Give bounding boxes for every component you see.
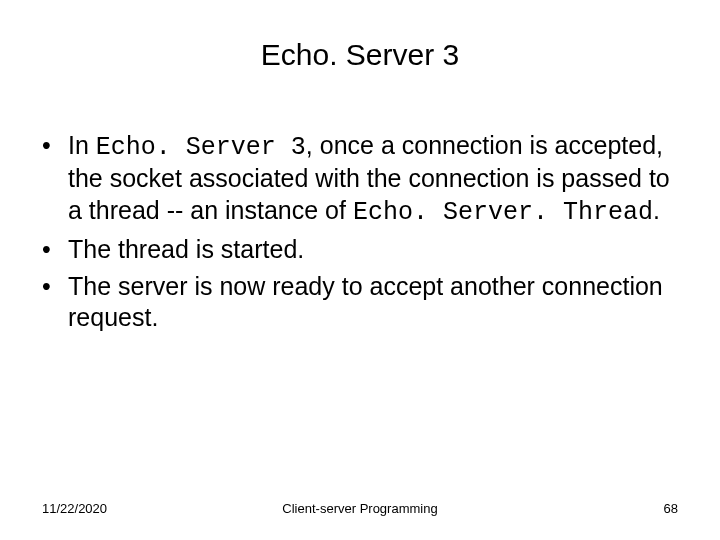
- footer-date: 11/22/2020: [42, 501, 107, 516]
- code-span: Echo. Server. Thread: [353, 198, 653, 227]
- footer-page-number: 68: [664, 501, 678, 516]
- code-span: Echo. Server 3: [96, 133, 306, 162]
- bullet-text: The server is now ready to accept anothe…: [68, 272, 663, 331]
- slide: Echo. Server 3 In Echo. Server 3, once a…: [0, 0, 720, 540]
- bullet-list: In Echo. Server 3, once a connection is …: [42, 130, 678, 334]
- bullet-item: The thread is started.: [42, 234, 678, 265]
- bullet-item: The server is now ready to accept anothe…: [42, 271, 678, 334]
- bullet-text-pre: In: [68, 131, 96, 159]
- slide-title: Echo. Server 3: [0, 38, 720, 72]
- bullet-text-post: .: [653, 196, 660, 224]
- bullet-text: The thread is started.: [68, 235, 304, 263]
- footer-title: Client-server Programming: [282, 501, 437, 516]
- bullet-item: In Echo. Server 3, once a connection is …: [42, 130, 678, 228]
- slide-body: In Echo. Server 3, once a connection is …: [42, 130, 678, 340]
- slide-footer: 11/22/2020 Client-server Programming 68: [42, 501, 678, 516]
